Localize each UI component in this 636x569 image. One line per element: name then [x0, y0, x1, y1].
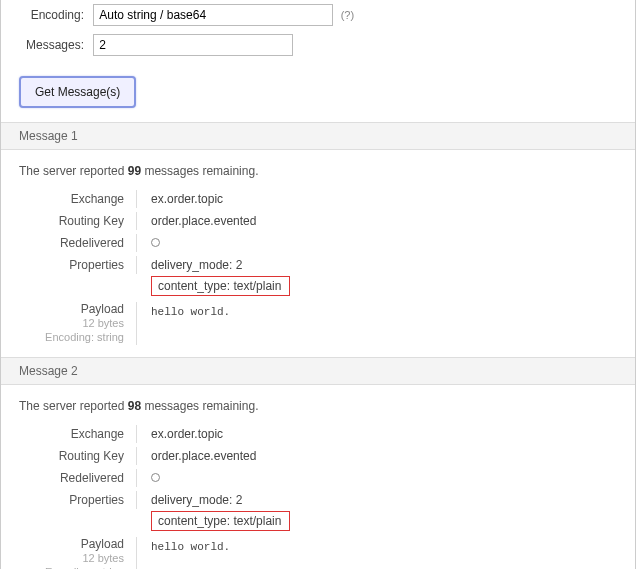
exchange-value: ex.order.topic	[137, 425, 617, 441]
payload-body: hello world.	[137, 537, 230, 569]
messages-row: Messages:	[19, 30, 617, 60]
get-messages-button[interactable]: Get Message(s)	[19, 76, 136, 108]
redelivered-label: Redelivered	[19, 234, 137, 252]
redelivered-value	[137, 469, 617, 485]
encoding-label: Encoding:	[19, 8, 84, 22]
payload-encoding: Encoding: string	[19, 565, 124, 569]
payload-size: 12 bytes	[19, 551, 124, 565]
redelivered-label: Redelivered	[19, 469, 137, 487]
properties-value: delivery_mode: 2 content_type: text/plai…	[137, 491, 617, 531]
payload-label: Payload	[19, 537, 124, 551]
encoding-help[interactable]: (?)	[341, 9, 354, 21]
encoding-row: Encoding: (?)	[19, 0, 617, 30]
message-header: Message 2	[1, 357, 635, 385]
exchange-label: Exchange	[19, 425, 137, 443]
payload-size: 12 bytes	[19, 316, 124, 330]
properties-label: Properties	[19, 491, 137, 509]
properties-value: delivery_mode: 2 content_type: text/plai…	[137, 256, 617, 296]
main-panel: Encoding: (?) Messages: Get Message(s) M…	[0, 0, 636, 569]
content-type-highlight: content_type: text/plain	[151, 511, 290, 531]
routing-key-value: order.place.evented	[137, 447, 617, 463]
message-header: Message 1	[1, 122, 635, 150]
payload-encoding: Encoding: string	[19, 330, 124, 344]
payload-label: Payload	[19, 302, 124, 316]
routing-key-label: Routing Key	[19, 447, 137, 465]
payload-body: hello world.	[137, 302, 230, 345]
messages-label: Messages:	[19, 38, 84, 52]
remaining-text: The server reported 99 messages remainin…	[1, 150, 635, 190]
properties-label: Properties	[19, 256, 137, 274]
routing-key-label: Routing Key	[19, 212, 137, 230]
remaining-text: The server reported 98 messages remainin…	[1, 385, 635, 425]
exchange-label: Exchange	[19, 190, 137, 208]
redelivered-icon	[151, 238, 160, 247]
content-type-highlight: content_type: text/plain	[151, 276, 290, 296]
delivery-mode: delivery_mode: 2	[151, 258, 617, 272]
redelivered-value	[137, 234, 617, 250]
exchange-value: ex.order.topic	[137, 190, 617, 206]
routing-key-value: order.place.evented	[137, 212, 617, 228]
encoding-input[interactable]	[93, 4, 333, 26]
messages-input[interactable]	[93, 34, 293, 56]
delivery-mode: delivery_mode: 2	[151, 493, 617, 507]
redelivered-icon	[151, 473, 160, 482]
